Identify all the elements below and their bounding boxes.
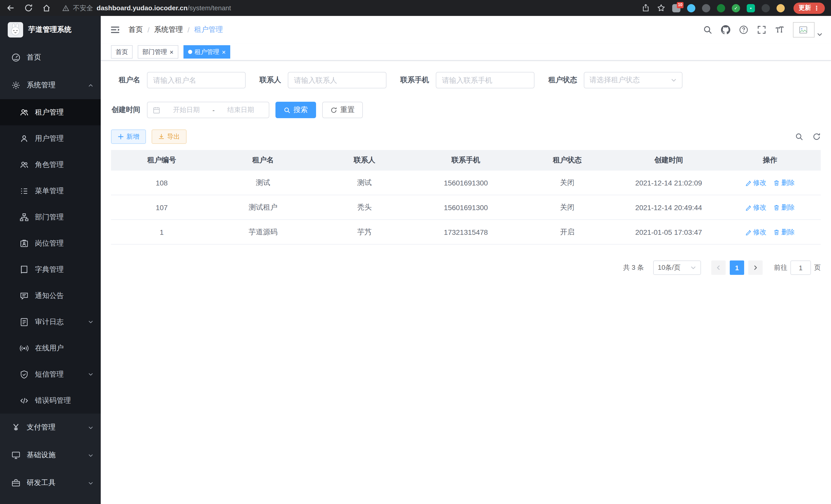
extension-icon[interactable] (717, 4, 725, 12)
page-size-value: 10条/页 (658, 263, 681, 272)
sidebar-item-notice[interactable]: 通知公告 (0, 283, 101, 309)
extension-icon[interactable] (702, 4, 710, 12)
sidebar-item-menu-management[interactable]: 菜单管理 (0, 178, 101, 204)
sidebar-item-label: 基础设施 (27, 451, 56, 460)
address-bar[interactable]: 不安全 dashboard.yudao.iocoder.cn/system/te… (62, 3, 641, 12)
sidebar-item-dev-tools[interactable]: 研发工具 (0, 469, 101, 497)
code-icon (20, 396, 29, 405)
monitor-icon (11, 451, 21, 460)
browser-update-button[interactable]: 更新 ⋮ (794, 2, 825, 13)
export-button[interactable]: 导出 (152, 129, 187, 144)
add-button-label: 新增 (126, 132, 139, 141)
contact-input[interactable] (288, 72, 386, 88)
create-time-range-picker[interactable]: 开始日期 - 结束日期 (147, 102, 269, 118)
user-avatar-menu[interactable] (793, 22, 823, 37)
delete-label: 删除 (781, 227, 795, 237)
sidebar-item-tenant-management[interactable]: 租户管理 (0, 99, 101, 125)
chevron-down-icon (671, 77, 677, 83)
app-logo-row[interactable]: 芋道管理系统 (0, 16, 101, 44)
tab-close-icon[interactable]: × (170, 49, 173, 55)
github-icon[interactable] (721, 25, 730, 34)
page-unit-label: 页 (814, 263, 821, 272)
search-icon (284, 107, 290, 113)
page-size-select[interactable]: 10条/页 (653, 261, 701, 275)
page-number-button[interactable]: 1 (730, 261, 744, 275)
chevron-down-icon (88, 372, 93, 377)
breadcrumb-item[interactable]: 系统管理 (154, 25, 183, 34)
sidebar-item-label: 租户管理 (35, 108, 64, 117)
search-icon[interactable] (703, 25, 712, 34)
chevron-right-icon (752, 265, 758, 271)
browser-home-icon[interactable] (42, 4, 51, 12)
help-icon[interactable] (739, 25, 748, 34)
org-tree-icon (20, 212, 29, 222)
sidebar-item-post-management[interactable]: 岗位管理 (0, 230, 101, 256)
search-button[interactable]: 搜索 (276, 102, 316, 118)
dictionary-icon (20, 265, 29, 274)
reset-button[interactable]: 重置 (322, 102, 363, 118)
share-icon[interactable] (641, 4, 650, 12)
edit-button[interactable]: 修改 (745, 178, 767, 187)
extension-icon[interactable]: 10 (672, 4, 681, 12)
column-header: 租户状态 (516, 156, 618, 165)
sidebar-item-dept-management[interactable]: 部门管理 (0, 204, 101, 230)
ssl-warning-icon (62, 4, 69, 11)
navbar: 首页 / 系统管理 / 租户管理 (101, 16, 831, 44)
add-button[interactable]: 新增 (111, 129, 146, 144)
browser-menu-icon: ⋮ (813, 4, 820, 11)
next-page-button[interactable] (748, 261, 763, 275)
tab-close-icon[interactable]: × (222, 49, 226, 55)
contact-phone-input[interactable] (436, 72, 535, 88)
sidebar-item-infrastructure[interactable]: 基础设施 (0, 441, 101, 469)
browser-reload-icon[interactable] (24, 4, 33, 12)
extension-icon[interactable] (776, 4, 785, 12)
extension-icon[interactable]: ▪ (747, 4, 755, 12)
tab-label: 租户管理 (195, 48, 219, 56)
font-size-icon[interactable] (775, 25, 784, 34)
tab-home[interactable]: 首页 (111, 45, 133, 59)
refresh-icon[interactable] (812, 132, 821, 141)
badge-icon (20, 239, 29, 248)
app-logo (8, 22, 23, 37)
sidebar-item-dict-management[interactable]: 字典管理 (0, 256, 101, 283)
browser-back-icon[interactable] (6, 4, 15, 12)
edit-pencil-icon (745, 204, 752, 210)
chevron-down-icon (690, 265, 696, 271)
edit-label: 修改 (753, 203, 767, 212)
shield-icon (20, 369, 29, 379)
breadcrumb-item[interactable]: 首页 (128, 25, 143, 34)
prev-page-button[interactable] (711, 261, 726, 275)
tab-dept-management[interactable]: 部门管理 × (138, 45, 178, 59)
sidebar-item-error-code-management[interactable]: 错误码管理 (0, 387, 101, 414)
sidebar-item-role-management[interactable]: 角色管理 (0, 152, 101, 178)
edit-button[interactable]: 修改 (745, 227, 767, 237)
fullscreen-icon[interactable] (757, 25, 766, 34)
sidebar-item-home[interactable]: 首页 (0, 44, 101, 71)
sidebar-item-user-management[interactable]: 用户管理 (0, 125, 101, 152)
edit-pencil-icon (745, 180, 752, 186)
extension-icon[interactable]: ✓ (732, 4, 740, 12)
sidebar-item-sms-management[interactable]: 短信管理 (0, 361, 101, 387)
tenant-status-label: 租户状态 (548, 76, 584, 85)
delete-button[interactable]: 删除 (774, 178, 795, 187)
dashboard-icon (11, 53, 21, 62)
delete-button[interactable]: 删除 (774, 227, 795, 237)
tenant-status-select[interactable]: 请选择租户状态 (584, 72, 683, 88)
breadcrumb-current: 租户管理 (194, 25, 223, 34)
extension-icon[interactable] (687, 4, 695, 12)
column-header: 联系人 (314, 156, 415, 165)
hamburger-icon[interactable] (110, 25, 120, 35)
sidebar-item-online-users[interactable]: 在线用户 (0, 335, 101, 361)
tenant-name-input[interactable] (147, 72, 246, 88)
tab-tenant-management[interactable]: 租户管理 × (183, 45, 230, 59)
sidebar-item-audit-log[interactable]: 审计日志 (0, 309, 101, 335)
contact-phone-label: 联系手机 (400, 76, 436, 85)
edit-button[interactable]: 修改 (745, 203, 767, 212)
sidebar-item-payment-management[interactable]: 支付管理 (0, 414, 101, 441)
search-toggle-icon[interactable] (795, 132, 803, 141)
delete-button[interactable]: 删除 (774, 203, 795, 212)
extension-icon[interactable] (762, 4, 770, 12)
goto-page-input[interactable] (791, 261, 811, 275)
sidebar-item-system-management[interactable]: 系统管理 (0, 71, 101, 99)
bookmark-star-icon[interactable] (657, 4, 665, 12)
